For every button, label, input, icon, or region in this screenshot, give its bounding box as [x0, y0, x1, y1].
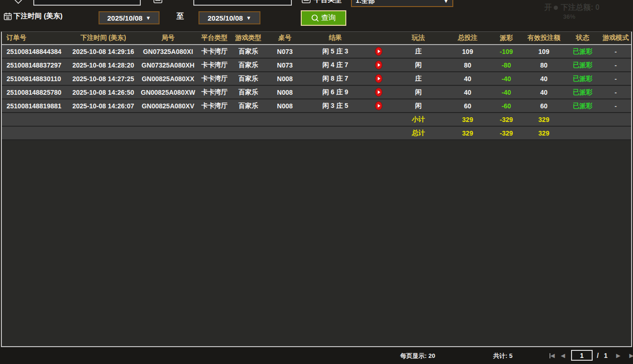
- date-from-picker[interactable]: 2025/10/08 ▼: [99, 11, 160, 24]
- column-header: 桌号: [265, 34, 305, 42]
- column-header: 平台类型: [197, 34, 232, 42]
- cell-bet-time: 2025-10-08 14:28:20: [68, 61, 139, 69]
- date-from-value: 2025/10/08: [107, 14, 143, 22]
- date-to-picker[interactable]: 2025/10/08 ▼: [198, 11, 260, 24]
- chevron-down-icon: ▼: [146, 15, 151, 21]
- cell-table-no: N008: [265, 89, 305, 96]
- replay-button[interactable]: [366, 88, 391, 97]
- platform-type-label: 平台类型: [313, 0, 342, 4]
- calendar-icon: [4, 12, 12, 20]
- platform-type-value: 1:全部: [356, 0, 374, 5]
- cell-total-bet: 60: [445, 102, 490, 110]
- chevron-down-icon: ▼: [443, 0, 449, 4]
- page-separator: /: [597, 352, 599, 359]
- cell-valid-bet: 60: [523, 102, 565, 110]
- cell-result: 闲 8 庄 7: [305, 75, 366, 83]
- column-header: 局号: [139, 34, 197, 42]
- cell-round-no: GN00825A080XW: [139, 89, 197, 96]
- replay-button[interactable]: [366, 47, 391, 56]
- cell-status: 已派彩: [565, 75, 600, 83]
- column-header: 状态: [565, 34, 600, 42]
- last-page-button[interactable]: ▶: [629, 353, 633, 358]
- total-count-label: 共计: 5: [493, 352, 512, 360]
- page-number-input[interactable]: [571, 350, 593, 361]
- cell-platform: 卡卡湾厅: [197, 47, 232, 56]
- results-table: 订单号下注时间 (美东)局号平台类型游戏类型桌号结果玩法总投注派彩有效投注额状态…: [1, 31, 632, 347]
- replay-icon: [375, 61, 382, 69]
- replay-button[interactable]: [366, 101, 391, 110]
- per-page-label: 每页显示: 20: [400, 352, 435, 360]
- query-button[interactable]: 查询: [301, 10, 346, 26]
- table-row: 2510081488372972025-10-08 14:28:20GN0732…: [2, 59, 631, 72]
- next-page-button[interactable]: ▶: [616, 353, 620, 358]
- bleed-percent: 36%: [563, 13, 575, 20]
- cell-play: 庄: [391, 47, 445, 56]
- grand-total-cell: 329: [523, 129, 565, 137]
- subtotal-row: 小计329-329329: [2, 113, 631, 127]
- first-page-button[interactable]: ◀: [549, 353, 555, 358]
- betting-records-screen: { "colors": { "button_green": "#56a00d",…: [0, 0, 633, 364]
- subtotal-cell: -329: [490, 116, 523, 123]
- page-total: 1: [604, 352, 608, 359]
- replay-icon: [375, 101, 382, 110]
- table-header-row: 订单号下注时间 (美东)局号平台类型游戏类型桌号结果玩法总投注派彩有效投注额状态…: [2, 32, 631, 45]
- subtotal-cell: 329: [523, 116, 565, 123]
- cell-game-mode: -: [600, 48, 631, 55]
- cell-game-type: 百家乐: [232, 75, 265, 83]
- cell-round-no: GN07325A080XI: [139, 48, 197, 55]
- cell-bet-time: 2025-10-08 14:26:50: [68, 89, 139, 96]
- cell-total-bet: 109: [445, 48, 490, 55]
- table-row: 2510081488443842025-10-08 14:29:16GN0732…: [2, 45, 631, 59]
- column-header: 有效投注额: [523, 34, 565, 42]
- filter-field1-input[interactable]: [33, 0, 141, 6]
- cell-status: 已派彩: [565, 47, 600, 56]
- cell-platform: 卡卡湾厅: [197, 61, 232, 69]
- cell-table-no: N008: [265, 75, 305, 83]
- prev-page-button[interactable]: ◀: [561, 353, 565, 358]
- bleed-bet-total: 开下注总额: 0: [544, 3, 600, 13]
- subtotal-cell: 329: [445, 116, 490, 123]
- cell-play: 庄: [391, 75, 445, 83]
- cell-play: 闲: [391, 88, 445, 97]
- cell-round-no: GN00825A080XX: [139, 75, 197, 83]
- cell-bet-time: 2025-10-08 14:29:16: [68, 48, 139, 55]
- table-row: 2510081488198812025-10-08 14:26:07GN0082…: [2, 99, 631, 113]
- grand-total-cell: 总计: [391, 129, 445, 137]
- grand-total-cell: -329: [490, 129, 523, 137]
- cell-valid-bet: 40: [523, 89, 565, 96]
- cell-play: 闲: [391, 102, 445, 110]
- replay-icon: [375, 88, 382, 97]
- subtotal-cell: 小计: [391, 115, 445, 124]
- date-to-value: 2025/10/08: [208, 14, 243, 22]
- table-row: 2510081488257802025-10-08 14:26:50GN0082…: [2, 86, 631, 99]
- cell-game-type: 百家乐: [232, 102, 265, 110]
- replay-button[interactable]: [366, 74, 391, 83]
- cell-total-bet: 40: [445, 75, 490, 83]
- cell-game-mode: -: [600, 75, 631, 83]
- replay-button[interactable]: [366, 61, 391, 69]
- footer-bar: 每页显示: 20 共计: 5 ◀ ◀ / 1 ▶ ▶: [0, 347, 633, 364]
- cell-status: 已派彩: [565, 102, 600, 110]
- filter-field2-input[interactable]: [193, 0, 292, 6]
- cell-game-mode: -: [600, 61, 631, 69]
- platform-type-select[interactable]: 1:全部 ▼: [351, 0, 453, 7]
- diamond-icon: [14, 0, 23, 4]
- bleed-dot: [554, 6, 558, 10]
- cell-table-no: N073: [265, 61, 305, 69]
- column-header: 结果: [305, 34, 366, 42]
- cell-game-mode: -: [600, 102, 631, 110]
- cell-total-bet: 40: [445, 89, 490, 96]
- column-header: 派彩: [490, 34, 523, 42]
- replay-icon: [375, 47, 382, 56]
- cell-play: 闲: [391, 61, 445, 69]
- cell-order-no: 251008148844384: [2, 48, 68, 55]
- column-header: 玩法: [391, 34, 445, 42]
- cell-status: 已派彩: [565, 88, 600, 97]
- column-header: 订单号: [2, 34, 68, 42]
- cell-result: 闲 5 庄 3: [305, 47, 366, 56]
- form-icon: [302, 0, 311, 4]
- cell-payout: -40: [490, 89, 523, 96]
- cell-game-mode: -: [600, 89, 631, 96]
- cell-round-no: GN00825A080XV: [139, 102, 197, 110]
- cell-valid-bet: 109: [523, 48, 565, 55]
